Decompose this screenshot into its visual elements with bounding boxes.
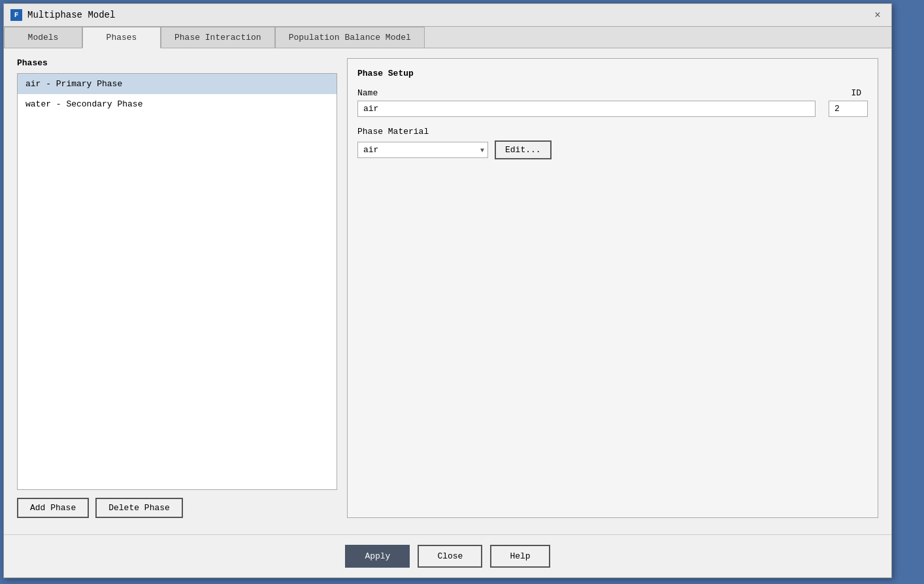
add-phase-button[interactable]: Add Phase [17, 498, 89, 518]
material-dropdown[interactable]: air water [357, 142, 488, 158]
phase-material-controls: air water ▼ Edit... [357, 140, 868, 159]
phases-panel-title: Phases [17, 58, 337, 68]
tab-phases[interactable]: Phases [82, 27, 161, 48]
phase-item-air[interactable]: air - Primary Phase [18, 74, 337, 94]
phase-material-label: Phase Material [357, 127, 868, 137]
phase-id-input[interactable] [829, 101, 868, 117]
id-label: ID [851, 88, 861, 98]
tab-bar: Models Phases Phase Interaction Populati… [4, 27, 891, 48]
dialog-footer: Apply Close Help [4, 534, 891, 577]
name-label: Name [357, 88, 378, 98]
delete-phase-button[interactable]: Delete Phase [95, 498, 183, 518]
phase-setup-title: Phase Setup [357, 69, 868, 78]
phase-material-section: Phase Material air water ▼ Edit... [357, 127, 868, 159]
phase-setup-box: Phase Setup Name ID Phase Material [347, 58, 878, 518]
right-panel: Phase Setup Name ID Phase Material [347, 58, 878, 518]
apply-button[interactable]: Apply [345, 545, 410, 568]
tab-population-balance[interactable]: Population Balance Model [275, 27, 425, 48]
multiphase-dialog: F Multiphase Model × Models Phases Phase… [3, 3, 892, 578]
left-panel: Phases air - Primary Phase water - Secon… [17, 58, 337, 518]
phases-list: air - Primary Phase water - Secondary Ph… [17, 73, 337, 490]
tab-phase-interaction[interactable]: Phase Interaction [161, 27, 275, 48]
close-button[interactable]: Close [418, 545, 482, 568]
tab-models[interactable]: Models [4, 27, 82, 48]
phase-name-input[interactable] [357, 101, 816, 117]
app-icon: F [10, 9, 22, 21]
dialog-title: Multiphase Model [27, 10, 115, 20]
main-content: Phases air - Primary Phase water - Secon… [17, 58, 878, 518]
dialog-body: Phases air - Primary Phase water - Secon… [4, 48, 891, 528]
phase-item-water[interactable]: water - Secondary Phase [18, 94, 337, 114]
material-dropdown-wrapper: air water ▼ [357, 142, 488, 158]
close-window-button[interactable]: × [870, 8, 885, 22]
name-id-inputs [357, 101, 868, 117]
phase-action-buttons: Add Phase Delete Phase [17, 498, 337, 518]
name-id-labels: Name ID [357, 88, 868, 98]
title-bar: F Multiphase Model × [4, 4, 891, 27]
title-bar-left: F Multiphase Model [10, 9, 115, 21]
edit-material-button[interactable]: Edit... [495, 140, 552, 159]
help-button[interactable]: Help [490, 545, 550, 568]
